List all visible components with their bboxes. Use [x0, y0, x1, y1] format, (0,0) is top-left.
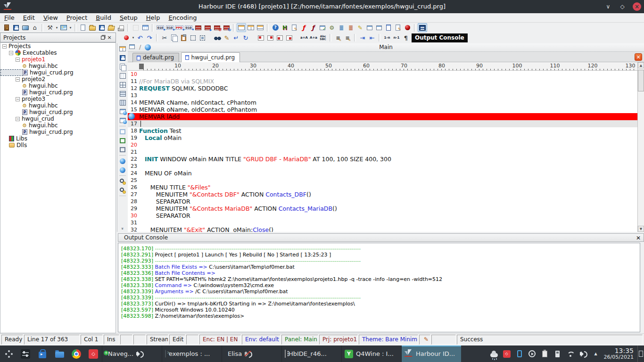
code-line-26[interactable]: 26 MENU TITLE "&Files" [128, 184, 637, 191]
tree-item-hwgui-crud-prg[interactable]: Phwgui_crud.prg [0, 69, 23, 76]
convert-number-rev-icon[interactable]: n-1 [392, 33, 401, 42]
exit-icon[interactable] [2, 23, 11, 32]
menu-setup[interactable]: Setup [116, 13, 142, 23]
compile-icon[interactable]: 010 [156, 23, 165, 32]
toggle-case-icon[interactable]: AbcSBC [318, 33, 328, 42]
tree-expander-icon[interactable]: − [16, 77, 20, 82]
code-line-32[interactable]: 32 MENUITEM "&Exit" ACTION oMain:Close() [128, 226, 637, 232]
weather-icon[interactable] [490, 350, 498, 358]
taskbar-clock[interactable]: 13:35 26/05/2021 [604, 347, 637, 361]
task-harbour-id-[interactable]: Harbour ID... [401, 346, 461, 362]
properties-icon[interactable]: ✓ [318, 23, 327, 32]
paste-icon[interactable] [179, 33, 188, 42]
build-log-icon[interactable]: ≣ [337, 23, 346, 32]
convert-number-icon[interactable]: 1-n [382, 33, 392, 42]
function-list-icon[interactable]: ƒ [299, 23, 308, 32]
zoom-out-icon[interactable] [118, 186, 127, 195]
file-manager-icon[interactable] [51, 346, 68, 362]
code-line-27[interactable]: 27 MENUITEM "&Contacts DBF" ACTION Conta… [128, 191, 637, 198]
code-line-12[interactable]: 12REQUEST SQLMIX, SDDODBC [128, 85, 637, 92]
tab-default-prg[interactable]: default.prg [132, 53, 179, 62]
system-settings-icon[interactable] [17, 346, 34, 362]
side-toolbar-more-icon[interactable]: » [120, 223, 125, 234]
editor-scrollbar[interactable]: ▲ ▼ [637, 62, 644, 232]
split-window-icon[interactable] [118, 44, 127, 53]
panel-rows-icon[interactable] [118, 145, 127, 154]
task-exemplos-[interactable]: exemplos : ... [162, 346, 222, 362]
red-diamond-app-icon[interactable]: ◇ [85, 346, 102, 362]
stream-comment-icon[interactable]: ≡✎ [333, 33, 343, 42]
view-screen-icon[interactable] [21, 23, 30, 32]
speaker-icon[interactable] [136, 352, 138, 355]
code-line-10[interactable]: 10 [128, 71, 637, 78]
select-block-icon[interactable] [188, 33, 198, 42]
new-source-icon[interactable] [78, 23, 88, 32]
mark-pen-icon[interactable]: ✎ [355, 23, 365, 32]
console-close-button[interactable]: ✕ [636, 234, 641, 242]
layout-split-h-icon[interactable] [246, 23, 256, 32]
dialog-designer-icon[interactable] [131, 23, 140, 32]
save-icon[interactable] [118, 53, 127, 62]
media-player-icon[interactable] [528, 350, 537, 358]
move-line-down-icon[interactable] [284, 33, 294, 42]
code-line-31[interactable]: 31 [128, 219, 637, 226]
panel-plain-icon[interactable] [118, 127, 127, 136]
to-lowercase-icon[interactable]: a+A [299, 33, 309, 42]
tree-item-libs[interactable]: Libs [0, 135, 116, 142]
table-designer-icon[interactable] [140, 23, 150, 32]
scrollbar-thumb[interactable] [638, 70, 644, 91]
tab-hwgui-crud-prg[interactable]: hwgui_crud.prg [181, 52, 240, 62]
projects-float-button[interactable] [99, 34, 106, 41]
help-icon[interactable]: ? [271, 23, 280, 32]
document-info-icon[interactable] [384, 23, 393, 32]
code-editor[interactable]: 1011//For MariaDB via SQLMIX12REQUEST SQ… [128, 71, 637, 232]
notes-icon[interactable]: ✎ [393, 23, 403, 32]
copy-pages-icon[interactable] [118, 62, 127, 71]
tree-item-projects[interactable]: −Projects [0, 43, 116, 49]
quick-note-icon[interactable]: ✎ [289, 23, 299, 32]
tab-close-button[interactable]: ✕ [635, 53, 642, 61]
tree-item-projeto3[interactable]: −projeto3 [0, 96, 116, 102]
wallpaper-icon[interactable] [59, 23, 68, 32]
tile-view-icon[interactable] [118, 80, 127, 89]
compile-link-icon[interactable]: 010 [165, 23, 174, 32]
tree-item-hwgui-hbc[interactable]: ⚙hwgui.hbc [0, 82, 116, 89]
audio-volume-icon[interactable] [579, 350, 587, 358]
tree-expander-icon[interactable]: − [16, 97, 20, 101]
search-again-icon[interactable]: ↵ [231, 33, 241, 42]
red-diamond-icon[interactable]: ◇ [503, 350, 511, 358]
tree-expander-icon[interactable]: − [16, 117, 20, 121]
breakpoint-sphere-icon[interactable] [128, 113, 135, 120]
code-line-13[interactable]: 13 [128, 92, 637, 99]
code-line-11[interactable]: 11//For MariaDB via SQLMIX [128, 78, 637, 85]
layout-split-v-icon[interactable] [256, 23, 265, 32]
cut-icon[interactable]: ✂ [160, 33, 169, 42]
panel-green-icon[interactable] [118, 136, 127, 145]
save-layout-icon[interactable] [11, 23, 21, 32]
code-line-22[interactable]: 22 INIT WINDOW oMain MAIN TITLE "GRUD DB… [128, 156, 637, 163]
discover-icon[interactable] [34, 346, 51, 362]
sync-view-icon[interactable]: ↻ [241, 33, 250, 42]
scroll-down-icon[interactable]: ▼ [638, 226, 644, 232]
tree-item-projeto1[interactable]: −projeto1 [0, 56, 116, 63]
record-macro-dropdown-icon[interactable]: ▾ [131, 36, 135, 40]
close-button[interactable]: × [633, 2, 641, 11]
show-desktop-button[interactable] [637, 346, 644, 362]
tree-item-dlls[interactable]: Dlls [0, 142, 116, 148]
task-naveg-[interactable]: Naveg... [102, 346, 162, 362]
info-sphere-1-icon[interactable] [118, 156, 127, 165]
show-paragraph-icon[interactable]: ¶ [401, 33, 411, 42]
indent-right-icon[interactable]: ⇥ [358, 33, 367, 42]
debug-icon[interactable] [403, 23, 412, 32]
build-tools-icon[interactable]: ⚒ [45, 23, 55, 32]
chrome-icon[interactable] [68, 346, 85, 362]
compile-ppo-icon[interactable]: PPO [174, 23, 184, 32]
tree-expander-icon[interactable]: − [16, 58, 20, 62]
tree-item-hwgui-hbc[interactable]: ⚙hwgui.hbc [0, 63, 116, 69]
device-notifier-icon[interactable] [553, 350, 562, 358]
build-icon[interactable] [193, 23, 203, 32]
redo-icon[interactable]: ↷ [145, 33, 154, 42]
find-icon[interactable] [213, 33, 222, 42]
build-launch-icon[interactable] [203, 23, 212, 32]
select-special-icon[interactable] [198, 33, 207, 42]
